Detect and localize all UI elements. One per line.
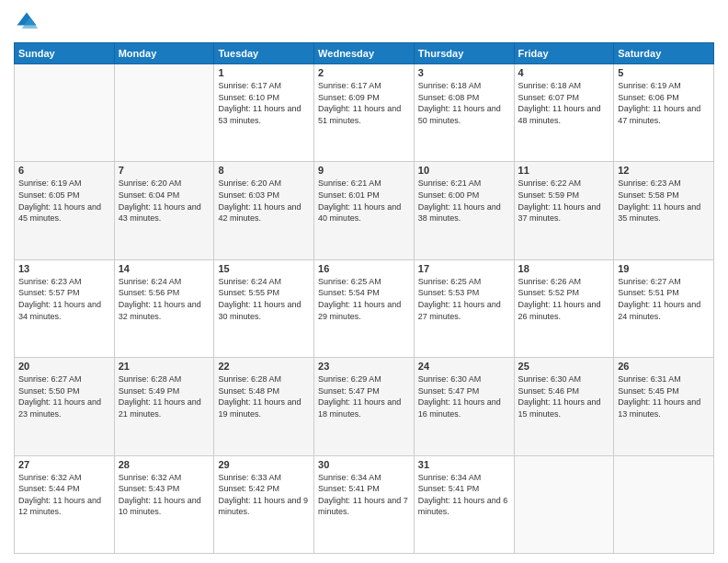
calendar-cell: 9Sunrise: 6:21 AMSunset: 6:01 PMDaylight… <box>314 162 415 259</box>
header-day: Monday <box>114 43 214 64</box>
calendar-cell: 31Sunrise: 6:34 AMSunset: 5:41 PMDayligh… <box>414 455 514 553</box>
day-number: 3 <box>418 67 510 78</box>
day-number: 10 <box>418 165 510 176</box>
calendar-cell: 5Sunrise: 6:19 AMSunset: 6:06 PMDaylight… <box>614 64 714 162</box>
day-info: Sunrise: 6:25 AMSunset: 5:53 PMDaylight:… <box>418 276 510 322</box>
calendar-cell: 19Sunrise: 6:27 AMSunset: 5:51 PMDayligh… <box>614 259 714 357</box>
day-info: Sunrise: 6:24 AMSunset: 5:55 PMDaylight:… <box>218 276 310 322</box>
calendar-cell: 18Sunrise: 6:26 AMSunset: 5:52 PMDayligh… <box>514 259 614 357</box>
calendar-cell: 16Sunrise: 6:25 AMSunset: 5:54 PMDayligh… <box>314 259 415 357</box>
header <box>14 9 714 35</box>
calendar-cell: 8Sunrise: 6:20 AMSunset: 6:03 PMDaylight… <box>214 162 314 259</box>
day-number: 1 <box>218 67 310 78</box>
day-info: Sunrise: 6:22 AMSunset: 5:59 PMDaylight:… <box>518 178 610 224</box>
calendar-cell: 6Sunrise: 6:19 AMSunset: 6:05 PMDaylight… <box>15 162 115 259</box>
day-info: Sunrise: 6:32 AMSunset: 5:44 PMDaylight:… <box>18 472 110 518</box>
day-info: Sunrise: 6:19 AMSunset: 6:06 PMDaylight:… <box>618 80 710 126</box>
day-info: Sunrise: 6:19 AMSunset: 6:05 PMDaylight:… <box>18 178 110 224</box>
day-info: Sunrise: 6:27 AMSunset: 5:50 PMDaylight:… <box>18 373 110 419</box>
day-info: Sunrise: 6:23 AMSunset: 5:58 PMDaylight:… <box>618 178 710 224</box>
day-number: 8 <box>218 165 310 176</box>
day-info: Sunrise: 6:20 AMSunset: 6:04 PMDaylight:… <box>119 178 210 224</box>
calendar-cell: 7Sunrise: 6:20 AMSunset: 6:04 PMDaylight… <box>114 162 214 259</box>
day-info: Sunrise: 6:20 AMSunset: 6:03 PMDaylight:… <box>218 178 310 224</box>
calendar-cell <box>114 64 214 162</box>
day-info: Sunrise: 6:30 AMSunset: 5:46 PMDaylight:… <box>518 373 610 419</box>
calendar-cell: 30Sunrise: 6:34 AMSunset: 5:41 PMDayligh… <box>314 455 415 553</box>
day-number: 7 <box>119 165 210 176</box>
calendar-cell: 12Sunrise: 6:23 AMSunset: 5:58 PMDayligh… <box>614 162 714 259</box>
header-day: Sunday <box>15 43 115 64</box>
calendar-cell: 15Sunrise: 6:24 AMSunset: 5:55 PMDayligh… <box>214 259 314 357</box>
page: SundayMondayTuesdayWednesdayThursdayFrid… <box>0 0 728 563</box>
header-day: Wednesday <box>314 43 415 64</box>
header-row: SundayMondayTuesdayWednesdayThursdayFrid… <box>15 43 714 64</box>
calendar-cell <box>15 64 115 162</box>
calendar-cell: 29Sunrise: 6:33 AMSunset: 5:42 PMDayligh… <box>214 455 314 553</box>
day-number: 24 <box>418 361 510 372</box>
day-number: 2 <box>318 67 410 78</box>
calendar-week: 13Sunrise: 6:23 AMSunset: 5:57 PMDayligh… <box>15 259 714 357</box>
calendar-cell: 27Sunrise: 6:32 AMSunset: 5:44 PMDayligh… <box>15 455 115 553</box>
day-info: Sunrise: 6:29 AMSunset: 5:47 PMDaylight:… <box>318 373 410 419</box>
day-number: 21 <box>119 361 210 372</box>
header-day: Tuesday <box>214 43 314 64</box>
day-info: Sunrise: 6:21 AMSunset: 6:00 PMDaylight:… <box>418 178 510 224</box>
day-number: 20 <box>18 361 110 372</box>
logo-icon <box>14 9 40 35</box>
day-info: Sunrise: 6:21 AMSunset: 6:01 PMDaylight:… <box>318 178 410 224</box>
calendar-body: 1Sunrise: 6:17 AMSunset: 6:10 PMDaylight… <box>15 64 714 554</box>
day-info: Sunrise: 6:18 AMSunset: 6:08 PMDaylight:… <box>418 80 510 126</box>
calendar-cell: 20Sunrise: 6:27 AMSunset: 5:50 PMDayligh… <box>15 358 115 455</box>
day-number: 25 <box>518 361 610 372</box>
day-info: Sunrise: 6:18 AMSunset: 6:07 PMDaylight:… <box>518 80 610 126</box>
day-number: 14 <box>119 263 210 274</box>
day-number: 26 <box>618 361 710 372</box>
calendar-cell: 10Sunrise: 6:21 AMSunset: 6:00 PMDayligh… <box>414 162 514 259</box>
calendar-week: 6Sunrise: 6:19 AMSunset: 6:05 PMDaylight… <box>15 162 714 259</box>
day-number: 16 <box>318 263 410 274</box>
calendar-cell: 26Sunrise: 6:31 AMSunset: 5:45 PMDayligh… <box>614 358 714 455</box>
day-info: Sunrise: 6:34 AMSunset: 5:41 PMDaylight:… <box>318 472 410 518</box>
day-number: 4 <box>518 67 610 78</box>
calendar-cell: 28Sunrise: 6:32 AMSunset: 5:43 PMDayligh… <box>114 455 214 553</box>
calendar-week: 20Sunrise: 6:27 AMSunset: 5:50 PMDayligh… <box>15 358 714 455</box>
header-day: Saturday <box>614 43 714 64</box>
day-info: Sunrise: 6:17 AMSunset: 6:09 PMDaylight:… <box>318 80 410 126</box>
calendar-cell <box>514 455 614 553</box>
calendar-week: 1Sunrise: 6:17 AMSunset: 6:10 PMDaylight… <box>15 64 714 162</box>
logo <box>14 9 43 35</box>
calendar-cell <box>614 455 714 553</box>
day-number: 29 <box>218 459 310 470</box>
day-info: Sunrise: 6:30 AMSunset: 5:47 PMDaylight:… <box>418 373 510 419</box>
calendar-cell: 13Sunrise: 6:23 AMSunset: 5:57 PMDayligh… <box>15 259 115 357</box>
day-number: 15 <box>218 263 310 274</box>
day-number: 18 <box>518 263 610 274</box>
calendar-cell: 17Sunrise: 6:25 AMSunset: 5:53 PMDayligh… <box>414 259 514 357</box>
day-info: Sunrise: 6:26 AMSunset: 5:52 PMDaylight:… <box>518 276 610 322</box>
calendar-cell: 3Sunrise: 6:18 AMSunset: 6:08 PMDaylight… <box>414 64 514 162</box>
day-number: 17 <box>418 263 510 274</box>
calendar-cell: 2Sunrise: 6:17 AMSunset: 6:09 PMDaylight… <box>314 64 415 162</box>
day-info: Sunrise: 6:25 AMSunset: 5:54 PMDaylight:… <box>318 276 410 322</box>
calendar-cell: 24Sunrise: 6:30 AMSunset: 5:47 PMDayligh… <box>414 358 514 455</box>
day-number: 5 <box>618 67 710 78</box>
day-info: Sunrise: 6:23 AMSunset: 5:57 PMDaylight:… <box>18 276 110 322</box>
day-number: 11 <box>518 165 610 176</box>
day-number: 19 <box>618 263 710 274</box>
calendar-cell: 21Sunrise: 6:28 AMSunset: 5:49 PMDayligh… <box>114 358 214 455</box>
header-day: Friday <box>514 43 614 64</box>
day-number: 12 <box>618 165 710 176</box>
day-number: 22 <box>218 361 310 372</box>
day-info: Sunrise: 6:31 AMSunset: 5:45 PMDaylight:… <box>618 373 710 419</box>
day-number: 9 <box>318 165 410 176</box>
calendar-cell: 11Sunrise: 6:22 AMSunset: 5:59 PMDayligh… <box>514 162 614 259</box>
day-number: 28 <box>119 459 210 470</box>
day-info: Sunrise: 6:27 AMSunset: 5:51 PMDaylight:… <box>618 276 710 322</box>
day-info: Sunrise: 6:34 AMSunset: 5:41 PMDaylight:… <box>418 472 510 518</box>
calendar-header: SundayMondayTuesdayWednesdayThursdayFrid… <box>15 43 714 64</box>
day-info: Sunrise: 6:17 AMSunset: 6:10 PMDaylight:… <box>218 80 310 126</box>
day-number: 23 <box>318 361 410 372</box>
day-info: Sunrise: 6:33 AMSunset: 5:42 PMDaylight:… <box>218 472 310 518</box>
day-number: 27 <box>18 459 110 470</box>
